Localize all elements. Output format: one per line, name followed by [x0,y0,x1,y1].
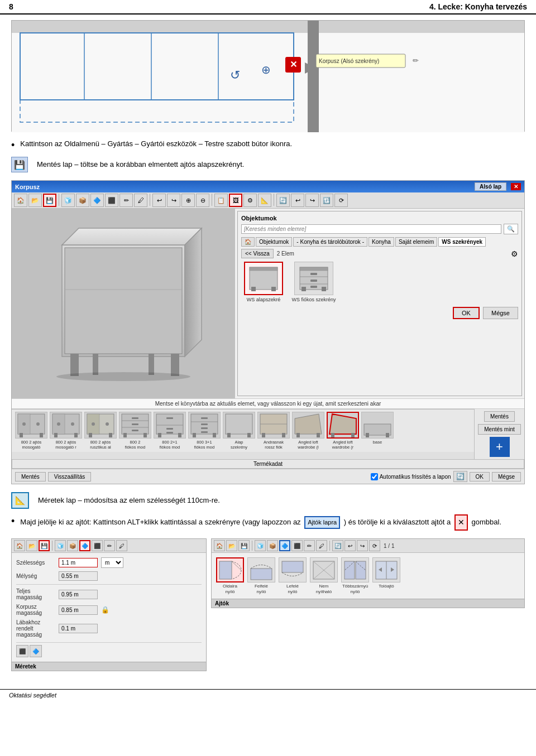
door-tb-r1[interactable]: 🔄 [332,540,343,551]
strip-item-6[interactable]: Alapszekrény [223,412,255,450]
door-tb-8[interactable]: ✏ [304,540,315,551]
door-tb-5[interactable]: 📦 [267,540,278,551]
meas-tb-3[interactable]: 💾 [39,540,50,551]
door-tb-1[interactable]: 🏠 [214,540,225,551]
strip-item-9[interactable]: Angled loftwardrobe (r [327,412,359,450]
tool-redo[interactable]: ↪ [167,194,180,207]
visszaallitas-btn[interactable]: Visszaállítás [48,472,91,481]
strip-item-7[interactable]: Andrasnakrossz fiók [257,412,290,450]
strip-item-2[interactable]: 800 2 ajtósrusztikus al [84,412,117,450]
meas-tb-9[interactable]: 🖊 [116,540,127,551]
door-tb-4[interactable]: 🧊 [255,540,266,551]
tool-3d[interactable]: 🔷 [90,194,104,207]
door-oldalra[interactable]: Oldalranyíló [216,557,244,594]
teljes-mag-field[interactable] [59,590,98,599]
breadcrumb-konyha-storage[interactable]: - Konyha és tárolóbútorok - [293,237,367,247]
search-button[interactable]: 🔍 [504,224,518,234]
breadcrumb-home-btn[interactable]: 🏠 [241,237,255,247]
szelesseg-field[interactable] [59,558,98,567]
cancel-button[interactable]: Mégse [483,307,518,319]
door-tb-r2[interactable]: ↩ [344,540,356,551]
close-icon[interactable]: ✕ [511,183,521,190]
tool-settings[interactable]: ⚙ [243,194,257,207]
breadcrumb-objektumok[interactable]: Objektumok [256,237,292,247]
meas-tb-2[interactable]: 📂 [26,540,37,551]
strip-item-10[interactable]: base [361,412,394,450]
tool-save[interactable]: 💾 [43,194,56,207]
door-tolo[interactable]: Tolóajtó [372,557,400,594]
breadcrumb-sajat[interactable]: Saját elemeim [395,237,437,247]
door-label-tobbszarnyú: Többszárnyúnyíló [342,584,368,594]
tool-undo[interactable]: ↩ [152,194,166,207]
auto-refresh-cb[interactable] [371,473,378,480]
meas-tb-8[interactable]: ✏ [104,540,115,551]
meas-tb-6[interactable]: 🔷 [79,540,90,551]
save-mint-button[interactable]: Mentés mint [478,424,520,435]
door-lefelé[interactable]: Lefelényíló [279,557,307,594]
door-tb-7[interactable]: ⬛ [291,540,303,551]
tool-r1[interactable]: 🔄 [276,194,290,207]
ctrl-save-btn[interactable]: Mentés [15,472,46,481]
door-felfelé[interactable]: Felfelényíló [247,557,275,594]
strip-item-4[interactable]: 800 2+1fiókos mod [154,412,186,450]
back-button[interactable]: << Vissza [241,249,274,258]
strip-item-0[interactable]: 800 2 ajtósmosogató [15,412,47,450]
meas-tb-4[interactable]: 🧊 [55,540,66,551]
strip-item-8[interactable]: Angled loftwardrobe (l [292,412,324,450]
tool-r3[interactable]: ↪ [305,194,319,207]
door-tb-6[interactable]: 🔷 [279,540,290,551]
tool-cube2[interactable]: 📦 [76,194,89,207]
breadcrumb-konyha[interactable]: Konyha [368,237,394,247]
tool-measure[interactable]: 📐 [258,194,271,207]
meas-bottom-tb-2[interactable]: 🔷 [30,645,42,657]
strip-item-5[interactable]: 800 3+1fiókos mod [188,412,221,450]
refresh-icon-btn[interactable]: 🔄 [453,471,467,482]
tool-home[interactable]: 🏠 [14,194,27,207]
tool-plus[interactable]: ⊕ [181,194,195,207]
svg-text:⊕: ⊕ [261,64,271,76]
svg-rect-25 [149,354,154,375]
door-tb-3[interactable]: 💾 [238,540,250,551]
tool-copy[interactable]: 📋 [214,194,228,207]
korpusz-mag-field[interactable] [59,605,98,615]
door-tb-r3[interactable]: ↪ [357,540,368,551]
tool-pencil[interactable]: 🖊 [134,194,147,207]
alsó-lap-tab[interactable]: Alsó lap [475,182,506,191]
breadcrumb-ws-szekrenyek[interactable]: WS szekrények [438,237,486,247]
labak-field[interactable] [59,624,98,633]
item-ws-alapszekre[interactable]: WS alapszekré [241,262,286,302]
door-nem[interactable]: Nemnyítható [310,557,338,594]
tool-img[interactable]: 🖼 [229,194,242,207]
search-input[interactable] [241,224,501,234]
szelesseg-unit-select[interactable]: m cm [101,557,123,568]
ctrl-ok-btn[interactable]: OK [470,472,490,481]
meas-tb-1[interactable]: 🏠 [14,540,25,551]
svg-rect-89 [296,433,300,437]
ctrl-megse-btn[interactable]: Mégse [492,472,521,481]
tool-open[interactable]: 📂 [28,194,42,207]
melyseg-field[interactable] [59,571,98,581]
tool-move[interactable]: ✏ [119,194,133,207]
tool-cube[interactable]: 🧊 [61,194,75,207]
item-ws-fiokos[interactable]: WS fiókos szekrény [291,262,336,302]
tool-shape[interactable]: ⬛ [105,194,118,207]
meas-bottom-tb-1[interactable]: ⬛ [16,645,28,657]
add-button[interactable]: + [490,437,510,457]
tool-r2[interactable]: ↩ [291,194,304,207]
tool-minus[interactable]: ⊖ [196,194,209,207]
door-tb-2[interactable]: 📂 [226,540,237,551]
meas-tb-7[interactable]: ⬛ [92,540,103,551]
door-tb-r4[interactable]: ⟳ [369,540,380,551]
strip-item-1[interactable]: 800 2 ajtósmosogató r [50,412,82,450]
tool-r5[interactable]: ⟳ [334,194,348,207]
meas-tb-5[interactable]: 📦 [67,540,78,551]
save-button[interactable]: Mentés [484,411,515,422]
door-tb-9[interactable]: 🖊 [316,540,327,551]
settings-icon[interactable]: ⚙ [511,249,518,258]
door-tobbszarnyú[interactable]: Többszárnyúnyíló [341,557,369,594]
strip-thumb-6 [223,412,255,439]
lock-icon[interactable]: 🔒 [101,606,109,614]
strip-item-3[interactable]: 800 2fiókos mod [119,412,151,450]
ok-button[interactable]: OK [453,307,480,319]
tool-r4[interactable]: 🔃 [320,194,333,207]
